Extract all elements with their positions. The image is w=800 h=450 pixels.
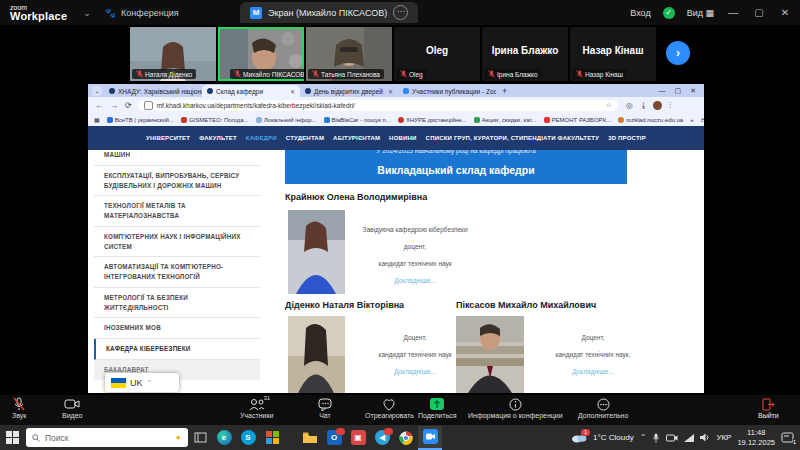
share-button[interactable]: Поделиться (418, 397, 457, 419)
react-button[interactable]: Отреагировать (365, 397, 414, 419)
browser-maximize-button[interactable]: ▢ (675, 87, 682, 95)
browser-menu-icon[interactable]: ⋮ (667, 101, 674, 109)
more-link[interactable]: Докладніше... (394, 277, 436, 284)
bookmark-item[interactable]: ВсеТВ | украинский... (107, 117, 174, 123)
video-thumbnail-active-speaker[interactable]: Михайло ПІКСАСОВ (218, 27, 304, 81)
keyboard-language[interactable]: УКР (716, 433, 731, 442)
bookmark-item[interactable]: Акции, скидки, кат... (474, 117, 537, 123)
video-button[interactable]: Видео (62, 397, 82, 419)
address-bar[interactable]: mf.khadi.kharkov.ua/departments/kafedra-… (138, 100, 618, 111)
nav-item-fakultet[interactable]: ФАКУЛЬТЕТ (199, 135, 237, 141)
photos-app-icon[interactable]: ▣ (346, 427, 370, 449)
bookmark-item[interactable]: BlaBlaCar - пошук п... (324, 117, 391, 123)
view-button[interactable]: Вид ▦ (687, 8, 714, 18)
network-icon[interactable] (684, 434, 694, 442)
browser-tab[interactable]: ХНАДУ: Харківський націонал...✕ (104, 85, 202, 97)
leave-button[interactable]: Выйти (758, 397, 779, 419)
bookmark-item[interactable]: ХНУРЕ дистанційне... (398, 117, 467, 123)
tab-shared-screen[interactable]: M Экран (Михайло ПІКСАСОВ) ⋯ (240, 2, 418, 23)
weather-widget[interactable]: 1 (571, 432, 587, 443)
browser-close-button[interactable]: ✕ (690, 87, 696, 95)
apps-grid-icon[interactable]: ▦ (94, 116, 100, 123)
browser-tab[interactable]: День відкритих дверей✕ (300, 85, 398, 97)
telegram-icon[interactable]: ◀ (370, 427, 394, 449)
downloads-icon[interactable]: ⭳ (640, 101, 648, 110)
nav-item-3d-prostir[interactable]: 3D ПРОСТІР (608, 135, 646, 141)
clock[interactable]: 11:48 19.12.2025 (737, 428, 775, 448)
store-icon[interactable] (260, 427, 284, 449)
close-button[interactable]: ✕ (778, 7, 792, 18)
notification-center-icon[interactable]: 1 (781, 432, 794, 443)
back-button[interactable]: ← (95, 101, 103, 110)
browser-minimize-button[interactable]: — (659, 87, 666, 95)
nav-item-universitet[interactable]: УНІВЕРСИТЕТ (146, 135, 190, 141)
participants-button[interactable]: 31 Участники (240, 397, 273, 419)
task-view-icon[interactable] (188, 427, 212, 449)
reload-button[interactable]: ⟳ (125, 101, 132, 110)
nav-item-spiski-grup[interactable]: СПИСКИ ГРУП, КУРАТОРИ, СТИПЕНДІАТИ ФАКУЛ… (426, 135, 600, 141)
more-link[interactable]: Докладніше... (572, 368, 614, 375)
video-thumbnail[interactable]: Татьяна Плеханова (306, 27, 392, 81)
weather-text[interactable]: 1°C Cloudy (593, 433, 634, 442)
sidebar-item[interactable]: МАШИН (94, 150, 260, 166)
sidebar-item[interactable]: МЕТРОЛОГІЇ ТА БЕЗПЕКИ ЖИТТЄДІЯЛЬНОСТІ (94, 288, 260, 319)
security-shield-icon[interactable]: ✓ (663, 7, 675, 19)
browser-tab-active[interactable]: Склад кафедри✕ (202, 85, 300, 97)
language-selector[interactable]: UK ⌃ (105, 373, 179, 392)
bookmark-item[interactable]: rozklad.nuczu.edu.ua (618, 117, 683, 123)
close-tab-icon[interactable]: ✕ (388, 88, 393, 95)
tab-options-icon[interactable]: ⋯ (393, 5, 408, 20)
speaker-icon[interactable] (700, 433, 710, 442)
zoom-app-icon[interactable] (418, 426, 442, 450)
nav-item-kafedri-active[interactable]: КАФЕДРИ (246, 135, 277, 141)
next-participants-button[interactable]: › (666, 41, 690, 65)
edge-icon[interactable]: e (212, 427, 236, 449)
sidebar-item[interactable]: ТЕХНОЛОГІЇ МЕТАЛІВ ТА МАТЕРІАЛОЗНАВСТВА (94, 196, 260, 227)
forward-button[interactable]: → (110, 101, 118, 110)
tab-meeting[interactable]: 🐾 Конференция (105, 8, 179, 18)
search-input[interactable]: Поиск ✦ (26, 428, 188, 447)
chevron-down-icon[interactable]: ⌄ (83, 8, 91, 18)
meeting-info-button[interactable]: Информация о конференции (468, 397, 563, 419)
profile-avatar[interactable] (653, 101, 662, 110)
signin-button[interactable]: Вход (630, 8, 650, 18)
close-tab-icon[interactable]: ✕ (290, 88, 295, 95)
sidebar-item[interactable]: КОМП'ЮТЕРНИХ НАУК І ІНФОРМАЦІЙНИХ СИСТЕМ (94, 227, 260, 258)
sidebar-item[interactable]: ІНОЗЕМНИХ МОВ (94, 318, 260, 339)
video-thumbnail[interactable]: Наталя Діденко (130, 27, 216, 81)
chrome-icon[interactable] (394, 427, 418, 449)
video-thumbnail[interactable]: Oleg Oleg (394, 27, 480, 81)
bookmarks-overflow-icon[interactable]: » (690, 117, 693, 123)
chat-button[interactable]: Чат (318, 397, 332, 419)
extensions-icon[interactable]: ◎ (626, 101, 633, 110)
tray-camera-icon[interactable] (666, 434, 678, 442)
all-bookmarks-folder[interactable]: 🗀 Все закладки (701, 117, 704, 123)
bookmark-star-icon[interactable]: ☆ (605, 101, 611, 109)
video-thumbnail[interactable]: Ірина Блажко Ірина Блажко (482, 27, 568, 81)
tab-search-icon[interactable]: ⌄ (92, 86, 102, 96)
audio-button[interactable]: Звук (12, 397, 26, 419)
bookmark-item[interactable]: Локальний інфор... (256, 117, 317, 123)
outlook-icon[interactable]: O (322, 427, 346, 449)
start-button[interactable] (0, 427, 24, 449)
more-link[interactable]: Докладніше... (394, 368, 436, 375)
nav-item-abiturientam[interactable]: АБІТУРІЄНТАМ (333, 135, 380, 141)
skype-icon[interactable]: S (236, 427, 260, 449)
sidebar-item[interactable]: ЕКСПЛУАТАЦІЇ, ВИПРОБУВАНЬ, СЕРВІСУ БУДІВ… (94, 166, 260, 197)
tray-mic-icon[interactable] (652, 433, 660, 443)
nav-item-studentam[interactable]: СТУДЕНТАМ (286, 135, 324, 141)
nav-item-novini[interactable]: НОВИНИ (389, 135, 417, 141)
browser-tab[interactable]: Участники публикации - Zoom✕ (398, 85, 496, 97)
bookmark-item[interactable]: GISMETEO: Погода... (181, 117, 249, 123)
video-thumbnail[interactable]: Назар Кінаш Назар Кінаш (570, 27, 656, 81)
tray-expand-chevron[interactable]: ⌃ (640, 433, 647, 442)
sidebar-item[interactable]: АВТОМАТИЗАЦІЇ ТА КОМП'ЮТЕРНО-ІНТЕГРОВАНИ… (94, 257, 260, 288)
bookmark-item[interactable]: РЕМОНТ РАЗБОРК... (544, 117, 612, 123)
site-info-icon[interactable] (144, 101, 153, 110)
minimize-button[interactable]: — (726, 7, 740, 18)
sidebar-item-cybersecurity-active[interactable]: КАФЕДРА КІБЕРБЕЗПЕКИ (94, 339, 260, 360)
file-explorer-icon[interactable] (298, 427, 322, 449)
new-tab-button[interactable]: + (502, 86, 507, 96)
maximize-button[interactable]: ▢ (752, 7, 766, 18)
more-button[interactable]: Дополнительно (578, 397, 628, 419)
